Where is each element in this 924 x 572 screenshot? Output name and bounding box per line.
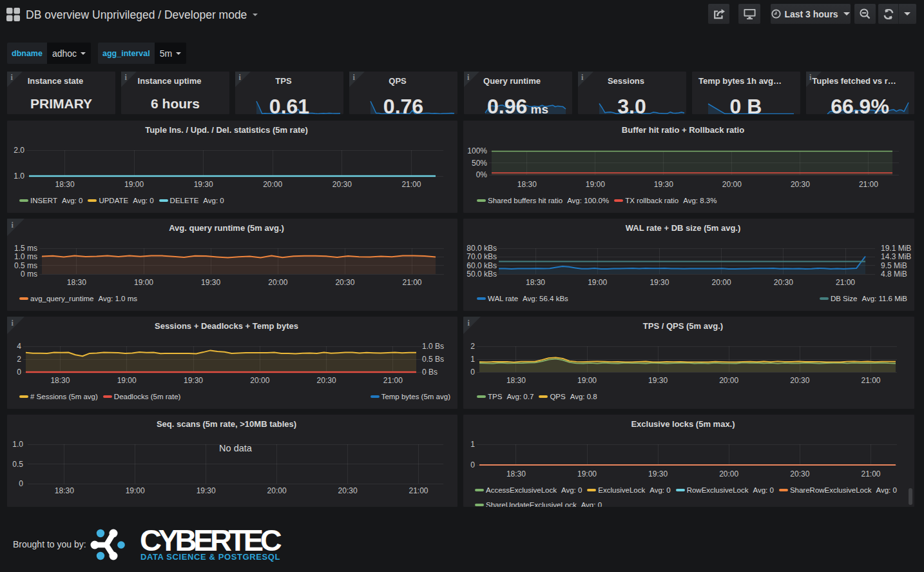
svg-text:19:30: 19:30: [184, 376, 203, 385]
svg-text:19:30: 19:30: [648, 469, 668, 478]
svg-text:100%: 100%: [467, 146, 487, 155]
svg-text:19.1 MiB: 19.1 MiB: [881, 244, 911, 253]
svg-text:1.0 ms: 1.0 ms: [14, 252, 37, 261]
svg-text:19:00: 19:00: [586, 180, 605, 189]
svg-text:0 Bs: 0 Bs: [422, 368, 438, 377]
svg-text:21:00: 21:00: [861, 469, 880, 478]
svg-text:1.0: 1.0: [12, 440, 23, 449]
svg-text:21:00: 21:00: [383, 376, 403, 385]
svg-text:2.0: 2.0: [14, 146, 24, 155]
svg-text:19:30: 19:30: [654, 180, 673, 189]
svg-text:19:00: 19:00: [588, 278, 607, 287]
svg-text:0.5: 0.5: [12, 460, 23, 469]
svg-text:20:30: 20:30: [317, 376, 336, 385]
svg-text:80.0 kBs: 80.0 kBs: [467, 244, 497, 253]
svg-text:21:00: 21:00: [859, 180, 878, 189]
svg-text:20:00: 20:00: [263, 180, 282, 189]
svg-text:18:30: 18:30: [55, 180, 75, 189]
svg-text:14.3 MiB: 14.3 MiB: [881, 252, 911, 261]
svg-text:50.0 kBs: 50.0 kBs: [467, 270, 497, 279]
svg-text:18:30: 18:30: [506, 469, 526, 478]
svg-text:70.0 kBs: 70.0 kBs: [467, 252, 497, 261]
svg-text:0: 0: [470, 368, 475, 377]
svg-text:18:30: 18:30: [526, 278, 545, 287]
svg-text:2: 2: [470, 342, 475, 351]
svg-text:0 ms: 0 ms: [21, 270, 37, 279]
svg-text:18:30: 18:30: [506, 376, 526, 385]
svg-text:18:30: 18:30: [517, 180, 537, 189]
svg-text:2: 2: [17, 355, 21, 364]
svg-text:0.5 Bs: 0.5 Bs: [422, 355, 444, 364]
svg-text:0%: 0%: [476, 170, 488, 179]
svg-text:20:30: 20:30: [338, 486, 358, 495]
svg-text:20:30: 20:30: [335, 278, 354, 287]
svg-text:19:00: 19:00: [577, 376, 597, 385]
svg-text:9.5 MiB: 9.5 MiB: [881, 261, 907, 270]
svg-text:1.0 Bs: 1.0 Bs: [422, 342, 444, 351]
svg-text:20:00: 20:00: [722, 180, 742, 189]
svg-text:20:00: 20:00: [267, 486, 287, 495]
svg-text:21:00: 21:00: [409, 486, 428, 495]
svg-text:20:30: 20:30: [332, 180, 352, 189]
svg-text:No data: No data: [219, 443, 253, 453]
svg-text:0: 0: [470, 460, 475, 469]
svg-text:19:30: 19:30: [194, 180, 213, 189]
svg-text:60.0 kBs: 60.0 kBs: [467, 261, 497, 270]
svg-text:20:00: 20:00: [719, 469, 738, 478]
svg-text:20:00: 20:00: [712, 278, 731, 287]
svg-text:20:00: 20:00: [719, 376, 738, 385]
svg-text:0: 0: [17, 368, 21, 377]
svg-text:21:00: 21:00: [402, 278, 421, 287]
svg-text:0.5 ms: 0.5 ms: [14, 261, 37, 270]
svg-text:19:00: 19:00: [577, 469, 597, 478]
svg-text:1.0: 1.0: [14, 172, 24, 181]
svg-text:20:30: 20:30: [791, 180, 810, 189]
svg-text:18:30: 18:30: [50, 376, 70, 385]
svg-text:4.8 MiB: 4.8 MiB: [881, 270, 907, 279]
svg-text:19:30: 19:30: [648, 376, 668, 385]
svg-text:20:00: 20:00: [250, 376, 269, 385]
svg-text:0: 0: [19, 479, 23, 488]
svg-text:19:30: 19:30: [201, 278, 220, 287]
svg-text:19:30: 19:30: [650, 278, 669, 287]
svg-text:19:00: 19:00: [124, 180, 144, 189]
svg-text:1.5 ms: 1.5 ms: [14, 244, 37, 253]
svg-text:20:30: 20:30: [774, 278, 793, 287]
svg-text:20:30: 20:30: [790, 469, 809, 478]
svg-text:21:00: 21:00: [401, 180, 421, 189]
svg-text:20:00: 20:00: [268, 278, 287, 287]
svg-text:50%: 50%: [472, 159, 487, 168]
svg-text:1: 1: [470, 440, 475, 449]
svg-text:19:30: 19:30: [197, 486, 216, 495]
svg-text:1: 1: [470, 355, 475, 364]
svg-text:20:30: 20:30: [790, 376, 809, 385]
svg-text:19:00: 19:00: [117, 376, 137, 385]
svg-text:18:30: 18:30: [67, 278, 86, 287]
svg-text:19:00: 19:00: [126, 486, 145, 495]
svg-text:18:30: 18:30: [55, 486, 74, 495]
svg-text:4: 4: [17, 342, 21, 351]
svg-text:19:00: 19:00: [134, 278, 153, 287]
svg-text:21:00: 21:00: [861, 376, 880, 385]
svg-text:21:00: 21:00: [836, 278, 855, 287]
